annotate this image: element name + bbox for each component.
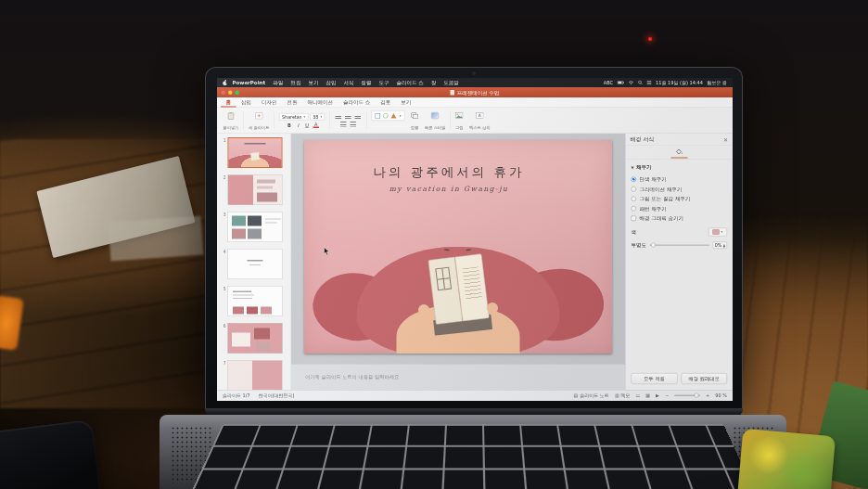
apply-all-button[interactable]: 모두 적용 <box>632 373 678 384</box>
ribbon-tab[interactable]: 슬라이드 쇼 <box>338 97 376 108</box>
picture-button[interactable]: 그림 <box>454 109 466 132</box>
notification-center-icon[interactable] <box>647 81 652 85</box>
radio-control[interactable] <box>632 187 637 192</box>
ribbon-tab[interactable]: 홈 <box>221 97 236 108</box>
wifi-icon[interactable] <box>629 81 634 85</box>
zoom-slider[interactable] <box>674 395 700 397</box>
menu-item[interactable]: 정렬 <box>358 79 376 86</box>
numbered-list-icon[interactable] <box>350 122 356 127</box>
menu-item[interactable]: 편집 <box>287 79 305 86</box>
transparency-value-field[interactable]: 0% ▲▼ <box>713 242 727 250</box>
notes-placeholder[interactable]: 여기에 슬라이드 노트의 내용을 입력하세요 <box>291 365 625 380</box>
slide-thumbnail[interactable]: 6 <box>220 323 287 354</box>
radio-control[interactable] <box>632 177 637 183</box>
quick-styles-button[interactable]: 빠른 스타일 <box>423 109 447 132</box>
gallery-caret-icon[interactable]: ▾ <box>400 114 402 118</box>
menu-item[interactable]: 도움말 <box>440 79 463 86</box>
input-source-icon[interactable]: ABC <box>604 80 613 85</box>
slide-thumbnail[interactable]: 7 <box>220 360 287 390</box>
bullet-list-icon[interactable] <box>340 122 347 127</box>
zoom-in-icon[interactable]: + <box>706 393 709 399</box>
slide-thumbnail-image[interactable] <box>228 212 283 242</box>
bold-button[interactable]: B <box>285 122 293 128</box>
ellipse-shape-icon[interactable] <box>383 113 389 119</box>
slide-thumbnail[interactable]: 3 <box>220 212 287 242</box>
slide-thumbnail[interactable]: 1 <box>220 137 287 168</box>
slide-thumbnail[interactable]: 2 <box>220 174 287 205</box>
slide-subtitle-text[interactable]: my vacation in Gwang-ju <box>316 185 581 193</box>
window-title-bar[interactable]: 프레젠테이션 수업 <box>217 87 733 97</box>
slide-editing-area[interactable]: 나의 광주에서의 휴가 my vacation in Gwang-ju <box>304 140 612 354</box>
radio-control[interactable] <box>632 197 637 202</box>
color-dropdown-button[interactable]: ▾ <box>708 228 727 237</box>
fill-option[interactable]: 패턴 채우기 <box>632 204 728 214</box>
app-menu-name[interactable]: PowerPoint <box>228 80 270 86</box>
notes-toggle-button[interactable]: ▤ 슬라이드 노트 <box>574 392 609 399</box>
shapes-gallery-box[interactable]: ▾ <box>372 110 405 121</box>
normal-view-icon[interactable]: ▭ <box>636 393 641 399</box>
slide-sorter-icon[interactable]: ▦ <box>645 393 650 399</box>
font-name-select[interactable]: Sharetan▾ <box>279 113 308 121</box>
zoom-percentage[interactable]: 90 % <box>715 393 727 399</box>
menu-item[interactable]: 삽입 <box>323 79 340 86</box>
slide-thumbnail-image[interactable] <box>228 249 283 279</box>
fill-section-header[interactable]: ▼ 채우기 <box>632 164 728 172</box>
menu-item[interactable]: 보기 <box>305 79 323 86</box>
align-center-icon[interactable] <box>345 114 351 120</box>
close-icon[interactable]: ✕ <box>723 136 728 143</box>
menu-item[interactable]: 창 <box>428 79 440 86</box>
transparency-slider[interactable] <box>650 245 710 247</box>
fill-option[interactable]: 그림 또는 질감 채우기 <box>632 194 728 204</box>
font-color-icon[interactable]: A <box>313 122 318 128</box>
reset-background-button[interactable]: 배경 원래대로 <box>681 373 727 384</box>
slide-thumbnail-image[interactable] <box>228 137 283 168</box>
slideshow-icon[interactable]: ▶ <box>656 393 659 399</box>
menu-item[interactable]: 슬라이드 쇼 <box>393 79 428 86</box>
arrange-button[interactable]: 정렬 <box>409 109 420 132</box>
paste-button[interactable]: 붙여넣기 <box>222 109 240 132</box>
ribbon-tab[interactable]: 검토 <box>376 97 396 108</box>
font-size-select[interactable]: 38▾ <box>310 113 325 121</box>
memo-toggle-button[interactable]: ▥ 메모 <box>615 392 631 399</box>
menu-item[interactable]: 파일 <box>270 79 287 86</box>
slide-thumbnail[interactable]: 5 <box>220 286 287 316</box>
rectangle-shape-icon[interactable] <box>376 113 381 119</box>
slide-thumbnail-image[interactable] <box>228 360 283 390</box>
stepper-icon[interactable]: ▲▼ <box>723 243 725 248</box>
fill-option[interactable]: 단색 채우기 <box>632 174 728 185</box>
slide-title-text[interactable]: 나의 광주에서의 휴가 <box>316 163 581 180</box>
ribbon-tab[interactable]: 삽입 <box>236 97 257 108</box>
text-box-button[interactable]: A 텍스트 상자 <box>468 109 492 132</box>
shapes-gallery[interactable]: ▾ <box>370 109 406 132</box>
fill-option[interactable]: 그라데이션 채우기 <box>632 185 728 195</box>
new-slide-button[interactable]: 새 슬라이드 <box>248 109 272 132</box>
user-name[interactable]: 황보은 용 <box>707 80 727 86</box>
minimize-window-button[interactable] <box>228 90 233 95</box>
zoom-out-icon[interactable]: − <box>665 393 669 399</box>
close-window-button[interactable] <box>222 90 226 95</box>
menu-bar-clock[interactable]: 11월 19일 (월) 14:44 <box>656 80 703 86</box>
align-left-icon[interactable] <box>336 114 342 120</box>
language-indicator[interactable]: 한국어(대한민국) <box>259 392 295 399</box>
fill-option[interactable]: 배경 그래픽 숨기기 <box>632 213 728 224</box>
ribbon-tab[interactable]: 디자인 <box>257 97 283 108</box>
slide-thumbnail-image[interactable] <box>228 174 283 205</box>
menu-item[interactable]: 서식 <box>340 79 358 86</box>
ribbon-tab[interactable]: 전환 <box>282 97 302 108</box>
spotlight-icon[interactable] <box>638 81 643 85</box>
battery-icon[interactable] <box>618 81 625 84</box>
notes-pane[interactable]: 여기에 슬라이드 노트의 내용을 입력하세요 <box>291 364 625 390</box>
slide-thumbnail[interactable]: 4 <box>220 249 287 279</box>
transparency-slider-thumb[interactable] <box>651 243 656 248</box>
italic-button[interactable]: I <box>295 122 300 128</box>
underline-button[interactable]: U <box>303 122 312 128</box>
slide-thumbnail-image[interactable] <box>228 323 283 354</box>
radio-control[interactable] <box>632 216 637 222</box>
triangle-shape-icon[interactable] <box>391 113 397 119</box>
zoom-window-button[interactable] <box>236 90 240 95</box>
menu-item[interactable]: 도구 <box>376 79 393 86</box>
ribbon-tab[interactable]: 애니메이션 <box>302 97 338 108</box>
fill-bucket-icon[interactable] <box>670 147 687 159</box>
radio-control[interactable] <box>632 206 637 212</box>
zoom-slider-thumb[interactable] <box>694 393 698 398</box>
